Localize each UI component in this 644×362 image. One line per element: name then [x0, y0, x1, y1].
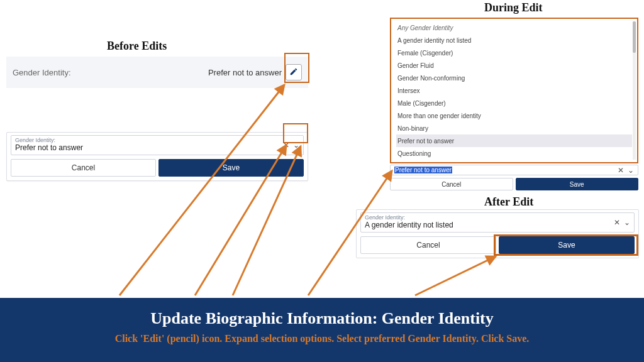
footer-bar: Update Biographic Information: Gender Id… [0, 298, 644, 362]
field-value: A gender identity not listed [365, 221, 630, 229]
dropdown-option[interactable]: A gender identity not listed [396, 34, 632, 47]
field-label: Gender Identity: [13, 68, 71, 77]
button-row: Cancel Save [11, 159, 304, 177]
heading-during: During Edit [484, 1, 543, 14]
pencil-icon [289, 67, 298, 78]
scrollbar[interactable] [633, 21, 636, 160]
gender-identity-field[interactable]: Prefer not to answer ✕ ⌄ [390, 165, 638, 175]
edit-button[interactable] [286, 64, 302, 80]
save-button[interactable]: Save [499, 236, 635, 254]
dropdown-option[interactable]: Female (Cisgender) [396, 47, 632, 59]
chevron-down-icon[interactable]: ⌄ [628, 166, 634, 175]
button-row: Cancel Save [360, 236, 635, 254]
clear-icon[interactable]: ✕ [618, 166, 624, 175]
dropdown-option[interactable]: Gender Fluid [396, 59, 632, 72]
before-column: Gender Identity: Prefer not to answer Ge… [6, 57, 308, 181]
field-label: Gender Identity: [365, 214, 630, 221]
dropdown-option[interactable]: Male (Cisgender) [396, 97, 632, 109]
cancel-button[interactable]: Cancel [360, 236, 496, 254]
cancel-button[interactable]: Cancel [11, 159, 156, 177]
field-label: Gender Identity: [15, 137, 299, 143]
save-button[interactable]: Save [158, 159, 304, 177]
gender-identity-view-row: Gender Identity: Prefer not to answer [6, 57, 308, 88]
field-value: Prefer not to answer [394, 167, 452, 173]
save-button[interactable]: Save [516, 178, 639, 190]
button-row: Cancel Save [390, 178, 638, 190]
footer-title: Update Biographic Information: Gender Id… [13, 309, 631, 328]
clear-icon[interactable]: ✕ [614, 218, 620, 227]
dropdown-list[interactable]: Any Gender IdentityA gender identity not… [391, 19, 637, 162]
heading-before: Before Edits [107, 40, 167, 53]
dropdown-option[interactable]: Questioning [396, 147, 632, 160]
svg-line-4 [415, 256, 496, 295]
dropdown-option[interactable]: Any Gender Identity [396, 21, 632, 34]
field-value: Prefer not to answer [15, 143, 299, 152]
gender-identity-field[interactable]: Gender Identity: Prefer not to answer ✕ … [11, 135, 304, 155]
footer-instructions: Click 'Edit' (pencil) icon. Expand selec… [52, 332, 592, 346]
heading-after: After Edit [484, 195, 533, 209]
scrollbar-thumb[interactable] [633, 21, 636, 53]
dropdown-option[interactable]: Non-binary [396, 122, 632, 134]
before-edit-card: Gender Identity: Prefer not to answer ✕ … [6, 132, 308, 181]
dropdown-option[interactable]: Intersex [396, 84, 632, 97]
cancel-button[interactable]: Cancel [390, 178, 513, 190]
chevron-down-icon[interactable]: ⌄ [624, 218, 630, 227]
after-edit-card: Gender Identity: A gender identity not l… [356, 209, 639, 258]
chevron-down-icon[interactable]: ⌄ [293, 141, 299, 150]
dropdown-option[interactable]: Gender Non-conforming [396, 72, 632, 84]
dropdown-panel: Any Gender IdentityA gender identity not… [390, 18, 638, 163]
after-column: Gender Identity: A gender identity not l… [356, 209, 639, 258]
dropdown-option[interactable]: More than one gender identity [396, 109, 632, 122]
during-column: Any Gender IdentityA gender identity not… [390, 18, 638, 190]
gender-identity-field[interactable]: Gender Identity: A gender identity not l… [360, 212, 635, 233]
clear-icon[interactable]: ✕ [283, 141, 289, 150]
field-value: Prefer not to answer [208, 68, 282, 77]
dropdown-option[interactable]: Prefer not to answer [396, 134, 632, 147]
